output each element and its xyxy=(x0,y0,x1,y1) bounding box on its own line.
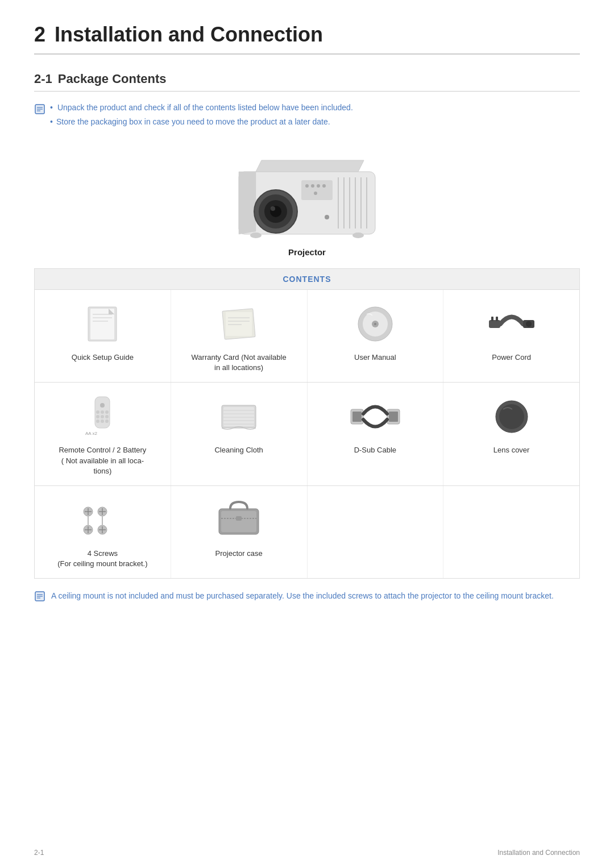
dsub-cable-label: D-Sub Cable xyxy=(354,445,396,455)
section-number: 2-1 xyxy=(34,72,52,86)
svg-point-51 xyxy=(101,415,104,418)
contents-row-3: 4 Screws(For ceiling mount bracket.) xyxy=(35,486,579,578)
svg-point-53 xyxy=(96,420,99,423)
svg-point-24 xyxy=(250,232,262,238)
projector-case-icon xyxy=(213,497,264,543)
svg-point-46 xyxy=(100,403,105,408)
warranty-card-label: Warranty Card (Not availablein all locat… xyxy=(192,352,287,373)
section-title-text: Package Contents xyxy=(58,72,167,86)
user-manual-icon xyxy=(355,301,395,347)
notes-area: • Unpack the product and check if all of… xyxy=(34,103,580,126)
cell-screws: 4 Screws(For ceiling mount bracket.) xyxy=(35,486,171,578)
contents-row-2: AA x2 Remote Control / 2 Battery( Not av… xyxy=(35,383,579,486)
svg-point-49 xyxy=(105,410,109,414)
screws-icon xyxy=(77,497,128,543)
svg-rect-85 xyxy=(221,511,256,532)
lens-cover-label: Lens cover xyxy=(493,445,530,455)
cleaning-cloth-icon xyxy=(216,394,262,439)
svg-point-44 xyxy=(526,321,532,327)
contents-box: CONTENTS Quick Setup Gu xyxy=(34,268,580,579)
svg-point-54 xyxy=(101,420,104,423)
note-item-1: • Unpack the product and check if all of… xyxy=(34,103,580,115)
svg-point-52 xyxy=(105,415,109,418)
section-header: 2-1 Package Contents xyxy=(34,72,580,92)
footer-chapter-name: Installation and Connection xyxy=(497,849,580,857)
contents-row-1: Quick Setup Guide Warranty Card (Not ava… xyxy=(35,290,579,383)
svg-point-23 xyxy=(314,192,317,195)
section-title: 2-1 Package Contents xyxy=(34,72,580,86)
projector-area: Projector xyxy=(34,143,580,257)
cleaning-cloth-label: Cleaning Cloth xyxy=(214,445,263,455)
chapter-title-text: Installation and Connection xyxy=(55,23,323,47)
user-manual-label: User Manual xyxy=(354,352,396,363)
svg-point-47 xyxy=(96,410,99,414)
projector-label: Projector xyxy=(288,247,326,257)
cell-warranty-card: Warranty Card (Not availablein all locat… xyxy=(171,290,308,382)
svg-point-50 xyxy=(96,415,99,418)
cell-user-manual: User Manual xyxy=(308,290,444,382)
svg-point-69 xyxy=(499,404,524,429)
chapter-title: 2 Installation and Connection xyxy=(34,23,580,47)
bottom-note-text: A ceiling mount is not included and must… xyxy=(51,590,554,602)
svg-point-20 xyxy=(311,184,314,188)
note-text-1: Unpack the product and check if all of t… xyxy=(57,103,353,112)
projector-case-label: Projector case xyxy=(215,549,263,559)
svg-rect-42 xyxy=(496,317,498,321)
svg-point-55 xyxy=(105,420,109,423)
quick-setup-guide-label: Quick Setup Guide xyxy=(72,352,134,363)
cell-empty-2 xyxy=(443,486,579,578)
note-text-2: Store the packaging box in case you need… xyxy=(56,117,330,126)
cell-projector-case: Projector case xyxy=(171,486,308,578)
svg-rect-67 xyxy=(389,412,398,422)
remote-control-label: Remote Control / 2 Battery( Not availabl… xyxy=(59,445,146,476)
power-cord-label: Power Cord xyxy=(492,352,531,363)
svg-text:AA x2: AA x2 xyxy=(85,431,97,436)
chapter-number: 2 xyxy=(34,23,45,47)
note-item-2: • Store the packaging box in case you ne… xyxy=(34,117,580,126)
note-icon-1 xyxy=(34,103,45,115)
svg-rect-65 xyxy=(352,412,362,422)
svg-rect-58 xyxy=(223,407,254,426)
svg-point-25 xyxy=(352,232,364,238)
page-footer: 2-1 Installation and Connection xyxy=(34,849,580,857)
bottom-note: A ceiling mount is not included and must… xyxy=(34,590,580,602)
svg-point-48 xyxy=(101,410,104,414)
svg-rect-77 xyxy=(102,515,103,525)
projector-image xyxy=(227,143,387,243)
cell-power-cord: Power Cord xyxy=(443,290,579,382)
quick-setup-guide-icon xyxy=(82,301,122,347)
cell-empty-1 xyxy=(308,486,444,578)
remote-control-icon: AA x2 xyxy=(82,394,122,439)
bottom-note-icon xyxy=(34,591,45,602)
svg-point-10 xyxy=(271,206,275,211)
power-cord-icon xyxy=(486,301,537,347)
cell-lens-cover: Lens cover xyxy=(443,383,579,485)
svg-point-17 xyxy=(325,215,329,219)
svg-point-19 xyxy=(305,184,309,188)
svg-point-39 xyxy=(374,323,376,325)
cell-quick-setup-guide: Quick Setup Guide xyxy=(35,290,171,382)
lens-cover-icon xyxy=(492,394,532,439)
svg-rect-32 xyxy=(226,312,252,336)
cell-remote-control: AA x2 Remote Control / 2 Battery( Not av… xyxy=(35,383,171,485)
svg-point-21 xyxy=(317,184,320,188)
chapter-header: 2 Installation and Connection xyxy=(34,23,580,55)
screws-label: 4 Screws(For ceiling mount bracket.) xyxy=(57,549,147,569)
cell-dsub-cable: D-Sub Cable xyxy=(308,383,444,485)
dsub-cable-icon xyxy=(350,394,401,439)
svg-rect-87 xyxy=(236,516,242,521)
contents-header: CONTENTS xyxy=(35,269,579,290)
cell-cleaning-cloth: Cleaning Cloth xyxy=(171,383,308,485)
warranty-card-icon xyxy=(219,301,259,347)
svg-rect-18 xyxy=(301,180,333,200)
svg-rect-73 xyxy=(88,515,89,525)
footer-page-number: 2-1 xyxy=(34,849,44,857)
svg-point-22 xyxy=(322,184,326,188)
svg-rect-41 xyxy=(491,317,493,321)
